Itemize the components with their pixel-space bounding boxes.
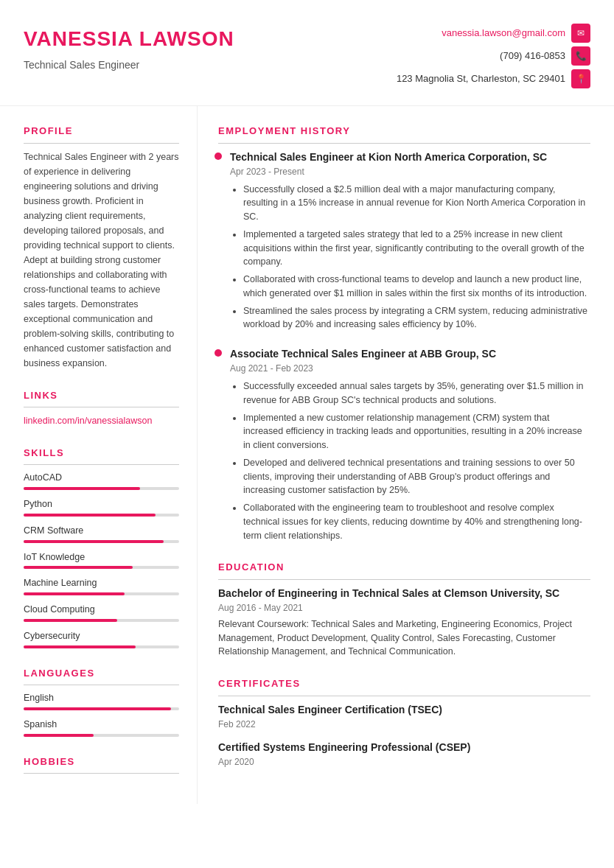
email-row: vanessia.lawson@gmail.com ✉ — [442, 24, 590, 43]
skill-bar-bg — [24, 514, 179, 517]
job-bullet: Collaborated with the engineering team t… — [243, 501, 590, 542]
address-row: 123 Magnolia St, Charleston, SC 29401 📍 — [397, 69, 590, 88]
edu-date: Aug 2016 - May 2021 — [218, 601, 590, 615]
right-column: EMPLOYMENT HISTORY Technical Sales Engin… — [198, 106, 614, 804]
skill-bar-fill — [24, 592, 125, 595]
job-dot — [214, 153, 222, 160]
links-section: LINKS linkedin.com/in/vanessialawson — [24, 388, 179, 428]
job-title: Associate Technical Sales Engineer at AB… — [230, 346, 590, 362]
links-title: LINKS — [24, 388, 179, 408]
language-item: English — [24, 691, 179, 710]
page: VANESSIA LAWSON Technical Sales Engineer… — [0, 0, 614, 868]
skill-bar-bg — [24, 592, 179, 595]
cert-title: Technical Sales Engineer Certification (… — [218, 702, 590, 718]
certificates-title: CERTIFICATES — [218, 676, 590, 696]
skill-item: AutoCAD — [24, 471, 179, 490]
job-date: Aug 2021 - Feb 2023 — [230, 362, 590, 375]
language-bar-bg — [24, 734, 179, 737]
education-section: EDUCATION Bachelor of Engineering in Tec… — [218, 560, 590, 659]
edu-title: Bachelor of Engineering in Technical Sal… — [218, 586, 590, 601]
cert-date: Feb 2022 — [218, 718, 590, 731]
skill-bar-bg — [24, 619, 179, 622]
phone-row: (709) 416-0853 📞 — [500, 46, 590, 66]
skill-item: Machine Learning — [24, 576, 179, 595]
job-bullet: Successfully closed a $2.5 million deal … — [243, 183, 590, 224]
skill-bar-fill — [24, 566, 133, 569]
job-bullet: Collaborated with cross-functional teams… — [243, 273, 590, 301]
job-dot — [214, 349, 222, 357]
language-bar-bg — [24, 707, 179, 710]
cert-date: Apr 2020 — [218, 755, 590, 769]
header-left: VANESSIA LAWSON Technical Sales Engineer — [24, 24, 234, 73]
skill-name: Python — [24, 497, 179, 511]
linkedin-link-item: linkedin.com/in/vanessialawson — [24, 413, 179, 428]
profile-title: PROFILE — [24, 124, 179, 144]
email-icon: ✉ — [571, 24, 590, 43]
skill-name: Cybersecurity — [24, 629, 179, 643]
education-list: Bachelor of Engineering in Technical Sal… — [218, 586, 590, 659]
language-name: Spanish — [24, 718, 179, 732]
skill-bar-fill — [24, 514, 156, 517]
education-item: Bachelor of Engineering in Technical Sal… — [218, 586, 590, 659]
linkedin-link[interactable]: linkedin.com/in/vanessialawson — [24, 416, 152, 426]
language-bar-fill — [24, 707, 171, 710]
skill-bar-bg — [24, 540, 179, 543]
skills-title: SKILLS — [24, 446, 179, 466]
skill-bar-fill — [24, 619, 117, 622]
employment-title: EMPLOYMENT HISTORY — [218, 124, 590, 144]
cert-title: Certified Systems Engineering Profession… — [218, 740, 590, 755]
job-bullet: Developed and delivered technical presen… — [243, 456, 590, 497]
left-column: PROFILE Technical Sales Engineer with 2 … — [0, 106, 198, 804]
phone-icon: 📞 — [571, 46, 590, 66]
language-item: Spanish — [24, 718, 179, 737]
certificates-section: CERTIFICATES Technical Sales Engineer Ce… — [218, 676, 590, 769]
education-title: EDUCATION — [218, 560, 590, 580]
skill-name: Machine Learning — [24, 576, 179, 590]
skills-list: AutoCAD Python CRM Software IoT Knowledg… — [24, 471, 179, 648]
language-name: English — [24, 691, 179, 705]
languages-list: English Spanish — [24, 691, 179, 737]
job-bullet: Streamlined the sales process by integra… — [243, 304, 590, 332]
skill-item: CRM Software — [24, 524, 179, 543]
job-bullets: Successfully exceeded annual sales targe… — [230, 379, 590, 542]
skill-bar-bg — [24, 645, 179, 648]
job-date: Apr 2023 - Present — [230, 165, 590, 178]
edu-description: Relevant Coursework: Technical Sales and… — [218, 617, 590, 659]
jobs-list: Technical Sales Engineer at Kion North A… — [218, 150, 590, 543]
job-bullets: Successfully closed a $2.5 million deal … — [230, 183, 590, 332]
job-item: Technical Sales Engineer at Kion North A… — [218, 150, 590, 332]
skill-bar-fill — [24, 487, 140, 490]
language-bar-fill — [24, 734, 94, 737]
job-title: Technical Sales Engineer at Kion North A… — [230, 150, 590, 165]
header: VANESSIA LAWSON Technical Sales Engineer… — [0, 0, 614, 106]
languages-section: LANGUAGES English Spanish — [24, 666, 179, 737]
hobbies-section: HOBBIES — [24, 755, 179, 774]
email-link[interactable]: vanessia.lawson@gmail.com — [442, 26, 565, 41]
header-right: vanessia.lawson@gmail.com ✉ (709) 416-08… — [397, 24, 590, 91]
candidate-name: VANESSIA LAWSON — [24, 24, 234, 55]
skill-bar-bg — [24, 566, 179, 569]
address-text: 123 Magnolia St, Charleston, SC 29401 — [397, 71, 565, 86]
profile-text: Technical Sales Engineer with 2 years of… — [24, 150, 179, 371]
languages-title: LANGUAGES — [24, 666, 179, 686]
certificate-item: Technical Sales Engineer Certification (… — [218, 702, 590, 731]
skill-name: IoT Knowledge — [24, 550, 179, 564]
profile-section: PROFILE Technical Sales Engineer with 2 … — [24, 124, 179, 371]
job-bullet: Successfully exceeded annual sales targe… — [243, 379, 590, 407]
skill-item: Python — [24, 497, 179, 517]
skills-section: SKILLS AutoCAD Python CRM Software IoT K… — [24, 446, 179, 648]
skill-item: Cloud Computing — [24, 603, 179, 622]
hobbies-title: HOBBIES — [24, 755, 179, 774]
skill-name: Cloud Computing — [24, 603, 179, 617]
candidate-title: Technical Sales Engineer — [24, 57, 234, 73]
skill-name: CRM Software — [24, 524, 179, 538]
certificates-list: Technical Sales Engineer Certification (… — [218, 702, 590, 769]
skill-bar-bg — [24, 487, 179, 490]
phone-text: (709) 416-0853 — [500, 49, 565, 63]
employment-section: EMPLOYMENT HISTORY Technical Sales Engin… — [218, 124, 590, 542]
job-item: Associate Technical Sales Engineer at AB… — [218, 346, 590, 542]
location-icon: 📍 — [571, 69, 590, 88]
skill-bar-fill — [24, 540, 164, 543]
skill-name: AutoCAD — [24, 471, 179, 485]
main-content: PROFILE Technical Sales Engineer with 2 … — [0, 106, 614, 804]
